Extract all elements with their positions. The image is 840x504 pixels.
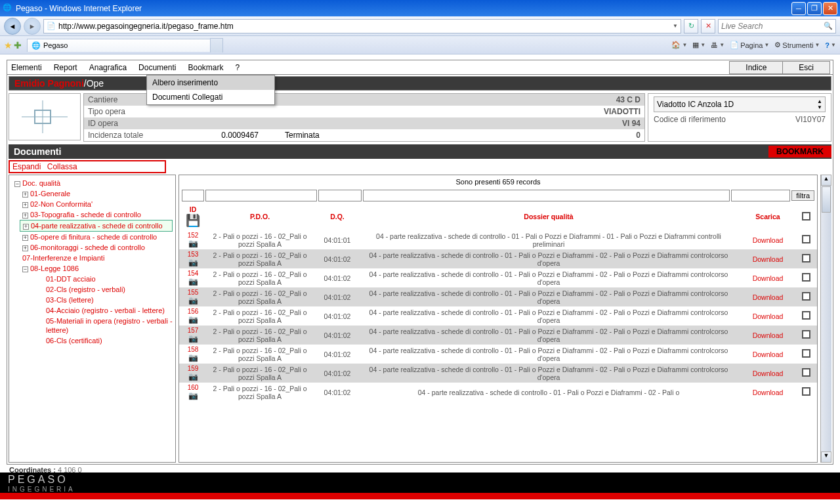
collassa-link[interactable]: Collassa <box>47 162 77 171</box>
table-row[interactable]: 154📷2 - Pali o pozzi - 16 - 02_Pali o po… <box>179 268 817 287</box>
col-dq[interactable]: D.Q. <box>316 213 359 220</box>
table-row[interactable]: 156📷2 - Pali o pozzi - 16 - 02_Pali o po… <box>179 306 817 326</box>
feeds-button[interactable]: ▦▼ <box>692 41 705 49</box>
back-button[interactable]: ◄ <box>4 18 21 35</box>
refresh-button[interactable]: ↻ <box>684 19 698 33</box>
col-scarica[interactable]: Scarica <box>738 213 797 220</box>
grid-body[interactable]: 152📷2 - Pali o pozzi - 16 - 02_Pali o po… <box>179 230 817 462</box>
filter-dossier[interactable] <box>363 190 730 201</box>
tree-node-01[interactable]: +01-Generale <box>20 188 173 199</box>
table-row[interactable]: 159📷2 - Pali o pozzi - 16 - 02_Pali o po… <box>179 364 817 383</box>
tree-node-02[interactable]: +02-Non Conformita' <box>20 199 173 209</box>
filter-scarica[interactable] <box>731 190 790 201</box>
camera-icon: 📷 <box>182 315 204 324</box>
tree-node-03[interactable]: +03-Topografia - schede di controllo <box>20 209 173 220</box>
search-icon[interactable]: 🔍 <box>824 22 833 30</box>
row-checkbox[interactable] <box>802 292 810 301</box>
page-menu[interactable]: 📄Pagina▼ <box>730 41 769 49</box>
download-link[interactable]: Download <box>753 369 784 377</box>
add-favorites-icon[interactable]: ✚ <box>14 40 22 51</box>
menu-help[interactable]: ? <box>234 62 241 74</box>
filter-id[interactable] <box>182 190 204 201</box>
menu-documenti[interactable]: Documenti <box>137 62 177 74</box>
col-pdo[interactable]: P.D.O. <box>204 213 316 220</box>
row-checkbox[interactable] <box>802 254 810 262</box>
download-link[interactable]: Download <box>753 388 784 396</box>
menu-anagrafica[interactable]: Anagrafica <box>88 62 128 74</box>
minimize-button[interactable]: ─ <box>791 2 806 15</box>
download-link[interactable]: Download <box>753 312 784 320</box>
esci-button[interactable]: Esci <box>782 61 830 74</box>
espandi-link[interactable]: Espandi <box>12 162 41 171</box>
maximize-button[interactable]: ❐ <box>807 2 822 15</box>
opera-logo <box>9 93 81 140</box>
filtra-button[interactable]: filtra <box>791 190 814 201</box>
select-all-checkbox[interactable] <box>802 212 810 220</box>
forward-button[interactable]: ► <box>24 18 41 35</box>
tree-node-08-05[interactable]: 05-Materiali in opera (registro - verbal… <box>43 316 173 335</box>
dropdown-albero-inserimento[interactable]: Albero inserimento <box>147 75 274 90</box>
tree-node-06[interactable]: +06-monitoraggi - schede di controllo <box>20 242 173 253</box>
menu-bookmark[interactable]: Bookmark <box>186 62 224 74</box>
browser-tab[interactable]: 🌐 Pegaso <box>27 39 211 52</box>
url-dropdown-icon[interactable]: ▼ <box>673 23 678 29</box>
table-row[interactable]: 153📷2 - Pali o pozzi - 16 - 02_Pali o po… <box>179 249 817 268</box>
tree-node-08-06[interactable]: 06-Cls (certificati) <box>43 335 173 346</box>
opera-select[interactable]: Viadotto IC Anzola 1D▲▼ <box>654 96 826 112</box>
ie-icon: 🌐 <box>3 3 13 14</box>
row-checkbox[interactable] <box>802 311 810 320</box>
search-input[interactable] <box>721 22 824 31</box>
url-input[interactable] <box>58 22 670 31</box>
dropdown-documenti-collegati[interactable]: Documenti Collegati <box>147 90 274 104</box>
search-bar[interactable]: 🔍 <box>718 19 836 33</box>
scroll-up-button[interactable]: ▲ <box>821 175 831 186</box>
vertical-scrollbar[interactable]: ▲ ▼ <box>820 175 831 463</box>
row-checkbox[interactable] <box>802 273 810 282</box>
tools-menu[interactable]: ⚙Strumenti▼ <box>774 41 820 49</box>
favorites-star-icon[interactable]: ★ <box>4 40 12 51</box>
new-tab-button[interactable] <box>210 38 223 52</box>
tree-root[interactable]: −Doc. qualità <box>12 178 173 188</box>
tree-node-08-04[interactable]: 04-Acciaio (registro - verbali - lettere… <box>43 305 173 316</box>
address-bar[interactable]: 📄 ▼ <box>43 19 681 33</box>
col-id[interactable]: ID <box>182 205 204 213</box>
menu-elementi[interactable]: Elementi <box>10 62 43 74</box>
stop-button[interactable]: ✕ <box>701 19 715 33</box>
col-dossier[interactable]: Dossier qualità <box>359 213 738 220</box>
tree-node-08-03[interactable]: 03-Cls (lettere) <box>43 295 173 305</box>
download-link[interactable]: Download <box>753 236 784 244</box>
row-checkbox[interactable] <box>802 349 810 358</box>
table-row[interactable]: 155📷2 - Pali o pozzi - 16 - 02_Pali o po… <box>179 287 817 306</box>
menu-report[interactable]: Report <box>52 62 79 74</box>
indice-button[interactable]: Indice <box>729 61 783 74</box>
close-button[interactable]: ✕ <box>823 2 837 15</box>
tree-node-07[interactable]: 07-Interferenze e Impianti <box>20 253 173 263</box>
download-link[interactable]: Download <box>753 350 784 358</box>
row-checkbox[interactable] <box>802 235 810 243</box>
download-link[interactable]: Download <box>753 274 784 282</box>
download-link[interactable]: Download <box>753 331 784 339</box>
tree-panel[interactable]: −Doc. qualità +01-Generale +02-Non Confo… <box>9 175 176 463</box>
tree-node-08-01[interactable]: 01-DDT acciaio <box>43 274 173 284</box>
tree-node-04[interactable]: +04-parte realizzativa - schede di contr… <box>20 220 173 232</box>
scroll-down-button[interactable]: ▼ <box>821 452 831 463</box>
download-link[interactable]: Download <box>753 293 784 301</box>
tree-node-08-02[interactable]: 02-Cls (registro - verbali) <box>43 284 173 295</box>
help-button[interactable]: ?▼ <box>825 41 836 49</box>
home-button[interactable]: 🏠▼ <box>671 41 687 49</box>
tree-node-08[interactable]: −08-Legge 1086 <box>20 263 173 274</box>
filter-dq[interactable] <box>318 190 362 201</box>
tree-node-05[interactable]: +05-opere di finitura - schede di contro… <box>20 232 173 242</box>
filter-pdo[interactable] <box>205 190 317 201</box>
row-checkbox[interactable] <box>802 330 810 339</box>
scroll-thumb[interactable] <box>822 186 831 213</box>
row-checkbox[interactable] <box>802 368 810 377</box>
table-row[interactable]: 158📷2 - Pali o pozzi - 16 - 02_Pali o po… <box>179 345 817 364</box>
bookmark-button[interactable]: BOOKMARK <box>768 146 831 158</box>
table-row[interactable]: 160📷2 - Pali o pozzi - 16 - 02_Pali o po… <box>179 383 817 402</box>
table-row[interactable]: 157📷2 - Pali o pozzi - 16 - 02_Pali o po… <box>179 326 817 345</box>
print-button[interactable]: 🖶▼ <box>711 41 724 49</box>
download-link[interactable]: Download <box>753 255 784 263</box>
table-row[interactable]: 152📷2 - Pali o pozzi - 16 - 02_Pali o po… <box>179 230 817 249</box>
row-checkbox[interactable] <box>802 387 810 396</box>
